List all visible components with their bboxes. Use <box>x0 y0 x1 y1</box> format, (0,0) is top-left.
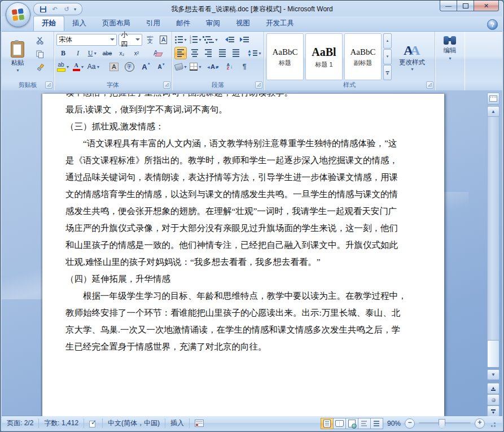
chevron-down-icon[interactable] <box>135 38 140 41</box>
align-center-button[interactable] <box>188 47 200 59</box>
paste-button[interactable]: 粘贴 ▼ <box>4 33 31 80</box>
bold-button[interactable]: B <box>56 47 70 59</box>
insert-mode-indicator[interactable]: 插入 <box>165 418 190 428</box>
asian-layout-button[interactable]: ◀A▶▼ <box>208 60 222 73</box>
ribbon-tab[interactable]: 邮件 <box>168 16 198 31</box>
bullets-button[interactable]: ▼ <box>174 33 188 46</box>
ribbon-tab[interactable]: 插入 <box>64 16 94 31</box>
scroll-down-button[interactable]: ▼ <box>487 369 499 380</box>
language-indicator[interactable]: 中文(简体，中国) <box>103 418 165 428</box>
chevron-down-icon[interactable]: ▼ <box>81 65 85 69</box>
ribbon-tab[interactable]: 页面布局 <box>94 16 138 31</box>
next-page-button[interactable]: ▼ <box>487 405 499 416</box>
zoom-level[interactable]: 90% <box>387 420 401 427</box>
office-button[interactable] <box>6 2 30 27</box>
close-button[interactable]: ✕ <box>474 1 499 11</box>
superscript-button[interactable]: x² <box>130 47 143 59</box>
sort-button[interactable]: AZ↓ <box>223 60 236 73</box>
italic-button[interactable]: I <box>71 47 85 59</box>
macro-record-indicator[interactable] <box>190 418 209 428</box>
chevron-down-icon[interactable]: ▼ <box>448 56 452 60</box>
align-left-button[interactable] <box>174 47 187 59</box>
draft-view-button[interactable] <box>370 418 383 429</box>
style-card[interactable]: AaBl 标题 1 <box>305 33 343 80</box>
select-browse-object-button[interactable] <box>487 394 499 405</box>
redo-button[interactable]: ↺ <box>62 5 71 14</box>
ribbon-tab[interactable]: 视图 <box>228 16 258 31</box>
grow-font-button[interactable]: A▲ <box>138 60 151 73</box>
print-layout-view-button[interactable] <box>321 418 334 429</box>
distribute-button[interactable] <box>230 47 242 59</box>
justify-button[interactable] <box>216 47 228 59</box>
zoom-slider-thumb[interactable] <box>439 419 445 429</box>
web-layout-view-button[interactable] <box>345 418 358 429</box>
chevron-down-icon[interactable]: ▼ <box>258 51 262 55</box>
ribbon-tab[interactable]: 开发工具 <box>258 16 302 31</box>
chevron-down-icon[interactable] <box>110 38 115 41</box>
align-right-button[interactable] <box>202 47 214 59</box>
zoom-in-button[interactable]: + <box>475 418 485 429</box>
style-gallery-up-button[interactable]: ▲ <box>383 33 392 49</box>
page-indicator[interactable]: 页面: 2/2 <box>2 418 39 428</box>
subscript-button[interactable]: x₂ <box>115 47 129 59</box>
ribbon-tab[interactable]: 审阅 <box>198 16 228 31</box>
font-dialog-launcher[interactable]: ◿ <box>163 81 170 89</box>
style-gallery-down-button[interactable]: ▼ <box>383 49 392 64</box>
clear-formatting-button[interactable]: A <box>149 47 163 59</box>
style-card[interactable]: AaBbC 副标题 <box>344 33 382 80</box>
paragraph-dialog-launcher[interactable]: ◿ <box>255 81 262 89</box>
previous-page-button[interactable]: ▲ <box>487 383 499 394</box>
change-styles-button[interactable]: AA 更改样式 ▼ <box>394 33 430 80</box>
decrease-indent-button[interactable] <box>223 33 236 46</box>
word-count-indicator[interactable]: 字数: 1,412 <box>39 418 84 428</box>
zoom-out-button[interactable]: − <box>405 418 415 429</box>
chevron-down-icon[interactable]: ▼ <box>198 65 202 69</box>
chevron-down-icon[interactable]: ▼ <box>66 65 70 69</box>
text-highlight-button[interactable]: ab▼ <box>56 60 70 73</box>
paste-dropdown-arrow[interactable]: ▼ <box>16 68 20 72</box>
font-name-combobox[interactable]: 宋体 <box>56 34 117 46</box>
chevron-down-icon[interactable]: ▼ <box>93 51 97 55</box>
cut-button[interactable] <box>33 34 47 47</box>
character-shading-button[interactable]: A <box>107 60 121 73</box>
show-marks-button[interactable]: ¶ <box>238 60 251 73</box>
multilevel-list-button[interactable]: ▼ <box>204 33 217 46</box>
scroll-up-button[interactable]: ▲ <box>487 106 499 117</box>
outline-view-button[interactable] <box>358 418 371 429</box>
chevron-down-icon[interactable]: ▼ <box>214 38 218 42</box>
minimize-button[interactable]: — <box>440 1 457 11</box>
font-size-combobox[interactable]: 小四 <box>119 34 142 46</box>
shrink-font-button[interactable]: A▼ <box>153 60 166 73</box>
numbering-button[interactable]: 123▼ <box>189 33 203 46</box>
save-button[interactable] <box>38 5 47 14</box>
font-color-button[interactable]: A▼ <box>72 60 85 73</box>
ribbon-tab[interactable]: 开始 <box>33 16 64 31</box>
scrollbar-thumb[interactable] <box>487 340 499 368</box>
spellcheck-indicator[interactable]: ✓ <box>84 418 103 428</box>
customize-qat-button[interactable]: ▾ <box>74 7 76 12</box>
editing-group[interactable]: 编辑 ▼ <box>435 32 464 90</box>
help-button[interactable]: ? <box>487 19 498 30</box>
chevron-down-icon[interactable]: ▼ <box>410 67 414 71</box>
ribbon-tab[interactable]: 引用 <box>138 16 168 31</box>
styles-dialog-launcher[interactable]: ◿ <box>426 81 433 89</box>
fullscreen-reading-view-button[interactable] <box>333 418 346 429</box>
ruler-toggle-button[interactable] <box>487 93 499 104</box>
enclose-characters-button[interactable]: 字 <box>122 60 136 73</box>
change-case-button[interactable]: Aa▼ <box>87 60 100 73</box>
style-card[interactable]: AaBbC 标题 <box>266 33 304 80</box>
chevron-down-icon[interactable]: ▼ <box>183 38 187 42</box>
chevron-down-icon[interactable]: ▼ <box>198 38 202 42</box>
chevron-down-icon[interactable]: ▼ <box>96 65 100 69</box>
character-border-button[interactable]: A <box>157 33 169 46</box>
phonetic-guide-button[interactable]: wén文 <box>144 33 156 46</box>
scrollbar-track[interactable] <box>487 105 499 366</box>
strikethrough-button[interactable]: abe <box>100 47 114 59</box>
resize-grip[interactable] <box>489 420 496 427</box>
copy-button[interactable] <box>33 48 47 60</box>
document-page[interactable]: 读中感悟，把握住了重点词句，围绕课题，进行朗读教学。最后,读课文，做到到字不离词… <box>42 94 444 416</box>
line-spacing-button[interactable]: ▲▼▼ <box>248 47 261 59</box>
format-painter-button[interactable] <box>33 62 47 74</box>
zoom-slider[interactable] <box>419 422 471 424</box>
chevron-down-icon[interactable]: ▼ <box>183 65 187 69</box>
